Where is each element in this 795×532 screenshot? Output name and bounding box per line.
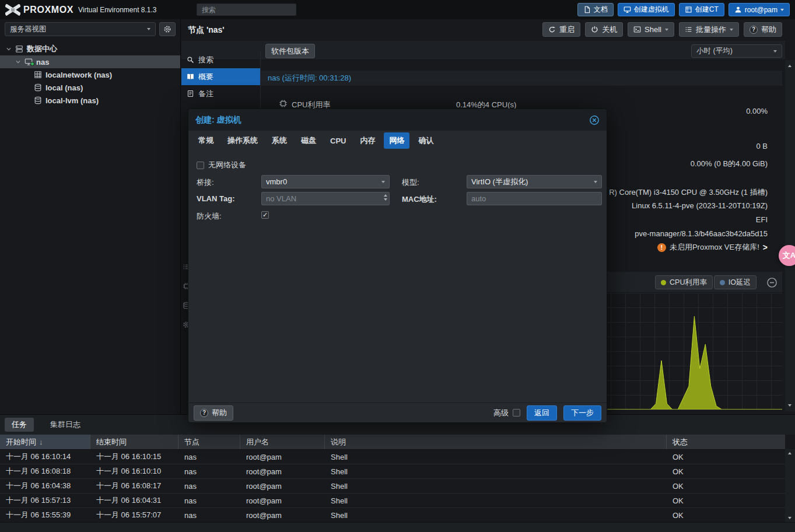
menu-item-search[interactable]: 搜索 <box>181 51 260 68</box>
menu-item-notes[interactable]: 备注 <box>181 85 260 102</box>
task-username: root@pam <box>240 464 325 478</box>
column-header-description[interactable]: 说明 <box>325 435 667 449</box>
column-header-username[interactable]: 用户名 <box>240 435 325 449</box>
dialog-header[interactable]: 创建: 虚拟机 <box>188 109 607 131</box>
package-versions-label: 软件包版本 <box>271 46 309 57</box>
task-description: Shell <box>325 494 667 508</box>
no-network-checkbox-row[interactable]: 无网络设备 <box>197 160 246 170</box>
documentation-button[interactable]: 文档 <box>577 3 614 16</box>
tab-general[interactable]: 常规 <box>193 132 219 149</box>
firewall-checkbox[interactable] <box>261 211 269 219</box>
column-header-status[interactable]: 状态 <box>667 435 785 449</box>
node-toolbar: 重启 关机 Shell 批量操作 帮助 <box>542 22 782 37</box>
documentation-label: 文档 <box>594 5 608 15</box>
scroll-down-arrow[interactable] <box>788 404 792 407</box>
create-vm-button[interactable]: 创建虚拟机 <box>618 3 675 16</box>
collapse-panel-icon[interactable] <box>766 277 778 288</box>
task-description: Shell <box>325 479 667 493</box>
tree-settings-button[interactable] <box>159 22 176 36</box>
tab-network[interactable]: 网络 <box>384 132 409 149</box>
next-button[interactable]: 下一步 <box>563 405 601 421</box>
spinner-up-icon[interactable] <box>384 194 387 197</box>
proxmox-logo: PROXMOX Virtual Environment 8.1.3 <box>5 4 157 16</box>
advanced-toggle-row[interactable]: 高级 <box>493 408 520 418</box>
mac-address-label: MAC地址: <box>402 194 437 205</box>
tree-label: nas <box>36 58 49 66</box>
task-node: nas <box>178 450 240 464</box>
tab-cpu[interactable]: CPU <box>325 134 351 148</box>
tab-confirm[interactable]: 确认 <box>413 132 439 149</box>
create-ct-button[interactable]: 创建CT <box>679 3 724 16</box>
scroll-up-arrow[interactable] <box>788 452 792 454</box>
advanced-checkbox[interactable] <box>513 409 520 416</box>
close-icon[interactable] <box>589 115 600 125</box>
global-search-input[interactable] <box>197 4 296 16</box>
kernel-version-value: Linux 6.5.11-4-pve (2023-11-20T10:19Z) <box>632 201 768 210</box>
menu-item-summary[interactable]: 概要 <box>181 68 260 85</box>
task-row[interactable]: 十一月 06 16:10:14 十一月 06 16:10:15 nas root… <box>0 450 785 464</box>
time-range-select[interactable]: 小时 (平均) <box>691 44 782 58</box>
shutdown-button[interactable]: 关机 <box>585 22 623 37</box>
shell-label: Shell <box>645 25 661 34</box>
main-scrollbar[interactable] <box>785 60 795 411</box>
bridge-value: vmbr0 <box>266 177 381 186</box>
legend-cpu-toggle[interactable]: CPU利用率 <box>655 275 713 289</box>
task-row[interactable]: 十一月 06 16:04:38 十一月 06 16:08:17 nas root… <box>0 479 785 494</box>
task-row[interactable]: 十一月 06 16:08:18 十一月 06 16:10:10 nas root… <box>0 464 785 479</box>
mac-address-input[interactable] <box>467 192 602 205</box>
vlan-tag-input[interactable] <box>261 192 390 205</box>
tree-item-datacenter[interactable]: 数据中心 <box>0 43 180 55</box>
task-row[interactable]: 十一月 06 15:57:13 十一月 06 16:04:31 nas root… <box>0 494 785 508</box>
help-button[interactable]: 帮助 <box>744 22 782 37</box>
view-mode-select[interactable]: 服务器视图 <box>5 22 156 36</box>
bridge-combo[interactable]: vmbr0 <box>261 175 390 188</box>
repository-warning-link[interactable]: 未启用Proxmox VE存储库! <box>657 242 768 253</box>
tab-cluster-log[interactable]: 集群日志 <box>43 418 87 432</box>
column-header-end-time[interactable]: 结束时间 <box>90 435 178 449</box>
tab-os[interactable]: 操作系统 <box>222 132 263 149</box>
column-header-start-time[interactable]: 开始时间 <box>0 435 90 449</box>
back-button[interactable]: 返回 <box>527 405 557 421</box>
book-icon <box>187 73 194 80</box>
tab-disks[interactable]: 磁盘 <box>296 132 321 149</box>
vlan-spinner[interactable] <box>384 194 387 201</box>
bulk-actions-button[interactable]: 批量操作 <box>679 22 739 37</box>
tree-item-local[interactable]: local (nas) <box>0 81 180 94</box>
legend-io-toggle[interactable]: IO延迟 <box>714 275 757 289</box>
tasks-scrollbar[interactable] <box>785 449 795 522</box>
spinner-down-icon[interactable] <box>384 198 387 201</box>
scroll-up-arrow[interactable] <box>788 65 792 67</box>
tree-item-localnetwork[interactable]: localnetwork (nas) <box>0 68 180 81</box>
tree-item-local-lvm[interactable]: local-lvm (nas) <box>0 94 180 107</box>
scroll-down-arrow[interactable] <box>788 517 792 519</box>
translate-fab[interactable]: 文A <box>779 245 795 266</box>
task-row[interactable]: 十一月 06 15:55:39 十一月 06 15:57:07 nas root… <box>0 508 785 523</box>
tree-item-node-nas[interactable]: nas <box>0 55 180 68</box>
tasks-tab-label: 任务 <box>12 419 27 430</box>
no-network-checkbox[interactable] <box>197 162 204 169</box>
expand-chevron-icon[interactable] <box>6 46 12 52</box>
shell-button[interactable]: Shell <box>628 22 674 37</box>
tab-system[interactable]: 系统 <box>267 132 292 149</box>
node-status-header: nas (运行时间: 00:31:28) <box>261 71 782 86</box>
online-status-dot <box>30 62 34 66</box>
dialog-body: 无网络设备 桥接: vmbr0 模型: VirtIO (半虚拟化) VLAN T… <box>188 150 607 404</box>
chevron-down-icon <box>773 50 777 52</box>
dialog-help-button[interactable]: 帮助 <box>194 405 233 421</box>
task-end-time: 十一月 06 16:04:31 <box>90 494 178 508</box>
task-description: Shell <box>325 450 667 464</box>
task-status: OK <box>667 464 785 478</box>
tab-memory[interactable]: 内存 <box>355 132 380 149</box>
tab-tasks[interactable]: 任务 <box>5 418 34 432</box>
restart-button[interactable]: 重启 <box>542 22 580 37</box>
chevron-down-icon <box>780 9 784 11</box>
dialog-help-label: 帮助 <box>212 408 227 418</box>
package-versions-button[interactable]: 软件包版本 <box>265 44 315 58</box>
expand-chevron-icon[interactable] <box>15 59 21 65</box>
vlan-field-wrap <box>261 192 390 205</box>
column-header-node[interactable]: 节点 <box>178 435 240 449</box>
user-menu-button[interactable]: root@pam <box>729 3 790 16</box>
model-combo[interactable]: VirtIO (半虚拟化) <box>467 175 602 188</box>
horizontal-scrollbar-track[interactable] <box>0 522 795 532</box>
question-icon <box>200 409 208 417</box>
